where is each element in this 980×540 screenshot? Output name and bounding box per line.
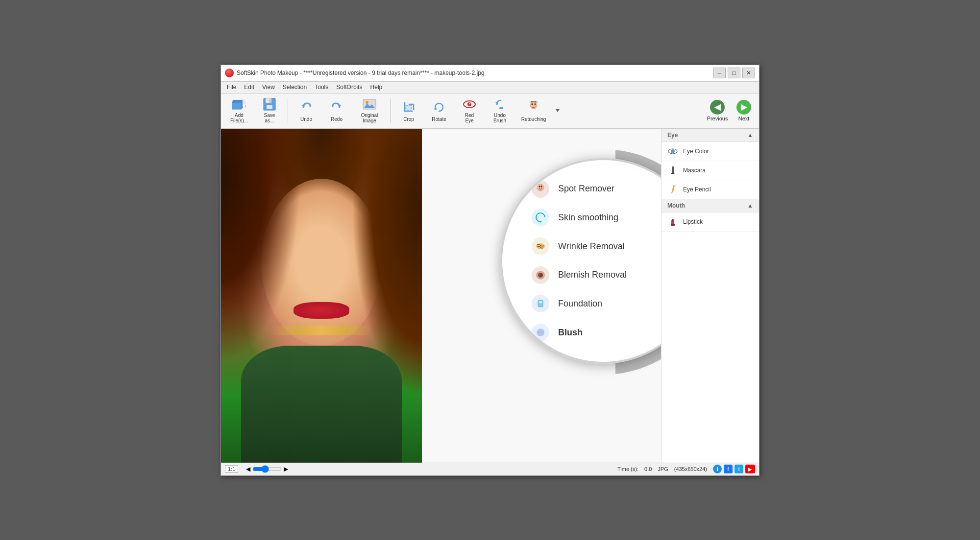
svg-marker-49 xyxy=(671,219,674,221)
retouching-button[interactable]: Retouching xyxy=(516,96,551,125)
original-image-label: Original Image xyxy=(361,113,378,123)
twitter-icon[interactable]: t xyxy=(735,465,743,473)
menu-softorbits[interactable]: SoftOrbits xyxy=(332,83,366,92)
red-eye-icon xyxy=(462,97,477,111)
undo-button[interactable]: Undo xyxy=(292,96,320,125)
wrinkle-removal-label: Wrinkle Removal xyxy=(558,241,625,252)
previous-button[interactable]: ◀ Previous xyxy=(706,100,729,121)
status-format: JPG xyxy=(658,466,668,472)
menu-view[interactable]: View xyxy=(258,83,279,92)
add-files-button[interactable]: + Add File(s)... xyxy=(225,96,253,125)
undo-brush-button[interactable]: Undo Brush xyxy=(486,96,514,125)
rotate-button[interactable]: Rotate xyxy=(425,96,453,125)
skin-smoothing-label: Skin smoothing xyxy=(558,212,618,223)
eye-section-collapse-icon[interactable]: ▲ xyxy=(747,132,753,139)
facebook-icon[interactable]: f xyxy=(724,465,733,473)
foundation-item[interactable]: Foundation xyxy=(532,295,661,312)
crop-icon xyxy=(401,99,416,115)
crop-button[interactable]: Crop xyxy=(394,96,423,125)
previous-label: Previous xyxy=(707,116,728,121)
svg-marker-47 xyxy=(671,192,673,194)
blemish-removal-icon xyxy=(532,266,549,284)
svg-rect-9 xyxy=(267,105,272,109)
save-as-label: Save as... xyxy=(264,113,275,123)
spot-remover-label: Spot Remover xyxy=(558,184,614,194)
svg-point-28 xyxy=(535,103,536,105)
navigation-section: ◀ Previous ▶ Next xyxy=(706,100,755,121)
red-eye-button[interactable]: Red Eye xyxy=(455,96,484,125)
wrinkle-removal-item[interactable]: Wrinkle Removal xyxy=(532,237,661,255)
status-time-value: 0.0 xyxy=(644,466,652,472)
next-button[interactable]: ▶ Next xyxy=(733,100,755,121)
original-image-button[interactable]: Original Image xyxy=(353,96,386,125)
lipstick-label: Lipstick xyxy=(683,218,703,225)
eye-pencil-icon xyxy=(667,184,678,195)
wrinkle-removal-icon xyxy=(532,237,549,255)
eye-color-icon xyxy=(667,146,678,157)
eye-color-item[interactable]: Eye Color xyxy=(662,142,759,161)
svg-point-43 xyxy=(671,149,675,153)
tools-circle-popup: ▲ Spot Remover xyxy=(500,158,661,364)
mouth-section-collapse-icon[interactable]: ▲ xyxy=(747,202,753,209)
undo-label: Undo xyxy=(300,117,312,122)
menu-tools[interactable]: Tools xyxy=(311,83,332,92)
separator-1 xyxy=(288,98,288,123)
foundation-label: Foundation xyxy=(558,299,602,309)
svg-rect-46 xyxy=(672,185,675,192)
redo-label: Redo xyxy=(331,117,343,122)
eye-section-label: Eye xyxy=(667,132,678,139)
title-bar: SoftSkin Photo Makeup - ****Unregistered… xyxy=(221,65,759,82)
maximize-button[interactable]: □ xyxy=(728,68,740,78)
menu-edit[interactable]: Edit xyxy=(240,83,258,92)
photo-canvas[interactable] xyxy=(221,129,422,463)
svg-marker-29 xyxy=(556,109,560,112)
menu-selection[interactable]: Selection xyxy=(279,83,311,92)
svg-rect-20 xyxy=(406,105,412,110)
rotate-label: Rotate xyxy=(432,117,446,122)
popup-items-list: Spot Remover Skin smoothing xyxy=(502,160,661,362)
svg-point-23 xyxy=(467,102,471,106)
spot-remover-item[interactable]: Spot Remover xyxy=(532,180,661,198)
retouching-dropdown[interactable] xyxy=(554,103,564,118)
retouching-icon xyxy=(526,99,541,115)
menu-help[interactable]: Help xyxy=(367,83,387,92)
youtube-icon[interactable]: ▶ xyxy=(745,465,755,473)
previous-arrow-icon: ◀ xyxy=(710,100,725,115)
svg-rect-10 xyxy=(270,99,270,103)
skin-smoothing-item[interactable]: Skin smoothing xyxy=(532,209,661,226)
redo-button[interactable]: Redo xyxy=(322,96,351,125)
svg-point-42 xyxy=(541,331,544,334)
undo-brush-icon xyxy=(492,97,508,111)
zoom-slider[interactable] xyxy=(252,465,282,473)
svg-point-32 xyxy=(541,186,542,188)
save-as-button[interactable]: Save as... xyxy=(255,96,284,125)
side-panel: Eye ▲ Eye Color xyxy=(661,129,759,463)
svg-rect-1 xyxy=(232,102,242,109)
eye-pencil-item[interactable]: Eye Pencil xyxy=(662,180,759,199)
svg-text:+: + xyxy=(244,104,246,108)
blush-item[interactable]: Blush xyxy=(532,324,661,341)
image-area xyxy=(221,129,422,463)
red-eye-label: Red Eye xyxy=(465,113,474,123)
lipstick-icon xyxy=(667,216,678,227)
mascara-label: Mascara xyxy=(683,167,706,174)
status-dimensions: (435x650x24) xyxy=(674,466,707,472)
info-icon[interactable]: ℹ xyxy=(713,465,722,473)
mascara-item[interactable]: Mascara xyxy=(662,161,759,180)
svg-rect-50 xyxy=(671,224,675,226)
lipstick-item[interactable]: Lipstick xyxy=(662,212,759,232)
svg-rect-45 xyxy=(672,166,674,173)
blemish-removal-item[interactable]: Blemish Removal xyxy=(532,266,661,284)
blush-label: Blush xyxy=(558,328,583,338)
svg-rect-8 xyxy=(266,98,271,103)
status-nav-right-icon[interactable]: ▶ xyxy=(284,466,288,472)
menu-file[interactable]: File xyxy=(223,83,240,92)
minimize-button[interactable]: – xyxy=(713,68,726,78)
close-button[interactable]: ✕ xyxy=(742,68,755,78)
status-nav-left-icon[interactable]: ◀ xyxy=(246,466,250,472)
status-time-label: Time (s): xyxy=(617,466,638,472)
svg-point-36 xyxy=(538,273,543,278)
redo-icon xyxy=(329,99,344,115)
main-window: SoftSkin Photo Makeup - ****Unregistered… xyxy=(220,65,760,476)
retouching-label: Retouching xyxy=(521,117,546,122)
